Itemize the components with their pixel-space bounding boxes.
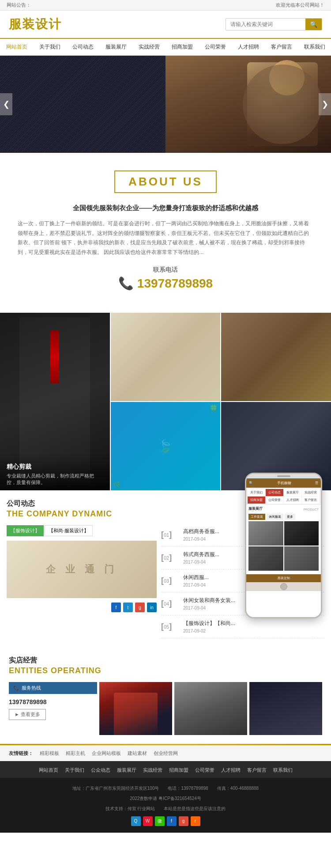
phone-nav-recruit[interactable]: 人才招聘: [284, 497, 301, 504]
top-bar: 网站公告： 欢迎光临本公司网站！: [0, 0, 331, 11]
footer-link-1[interactable]: 精彩模板: [40, 750, 59, 757]
phone-nav-show[interactable]: 服装展厅: [284, 489, 301, 496]
nav-item-contact[interactable]: 联系我们: [301, 39, 329, 55]
about-text: 这一次，但丁换上了一件崭新的领结。可是在宴会进行时，但丁一两词由己买制给净物搬在…: [18, 219, 313, 257]
phone-header: 🔍 手机橱橱 ☰: [246, 478, 321, 488]
phone-home-button[interactable]: [280, 583, 287, 590]
footer-tech: 技术支持：传宣 行业网站: [105, 805, 155, 813]
footer-nav-news[interactable]: 公众动态: [91, 766, 110, 773]
footer-info-row-2: 2022查数申请 粤ICP备321654524号: [9, 795, 322, 803]
entity-photo-3: [249, 682, 322, 735]
phone-product-title: 服装展厅: [248, 506, 263, 511]
phone-nav-news[interactable]: 公司动态: [266, 489, 283, 496]
nav-item-home[interactable]: 网站首页: [3, 39, 31, 55]
entities-photos: [99, 682, 322, 735]
gallery-grid: 精心剪裁 专业裁缝人员精心剪裁，制作流程严格把控，质量有保障。 🍃 🍀 🌿: [0, 313, 331, 490]
entities-section: 实店经营 ENTITIES OPERATING 📞 服务热线 139787898…: [0, 647, 331, 744]
nav-item-showroom[interactable]: 服装展厅: [102, 39, 130, 55]
phone-nav-msg[interactable]: 客户留言: [302, 497, 320, 504]
search-button[interactable]: 🔍: [305, 19, 322, 30]
phone-tab-work[interactable]: 工作套装: [248, 514, 265, 520]
footer-info: 地址：广东省广州市东莞国经济开发区100号 电话：13978789898 传真：…: [0, 778, 331, 833]
footer-social-5[interactable]: g: [179, 816, 188, 826]
nav-item-franchise[interactable]: 招商加盟: [168, 39, 196, 55]
phone-number: 13978789898: [137, 277, 213, 291]
news-image: 企 业 通 门: [7, 541, 157, 598]
phone-product-1: [248, 521, 283, 546]
footer-link-2[interactable]: 精彩主机: [66, 750, 85, 757]
phone-cta[interactable]: 西装定制: [246, 574, 321, 582]
search-input[interactable]: [226, 19, 305, 30]
nav-item-message[interactable]: 客户留言: [267, 39, 296, 55]
phone-product-2: [284, 521, 319, 546]
main-nav: 网站首页 关于我们 公司动态 服装展厅 实战经营 招商加盟 公司荣誉 人才招聘 …: [0, 38, 331, 56]
nav-item-news[interactable]: 公司动态: [69, 39, 97, 55]
footer-nav-home[interactable]: 网站首页: [39, 766, 58, 773]
contact-phone: 📞 13978789898: [18, 276, 313, 291]
nav-item-operation[interactable]: 实战经营: [135, 39, 163, 55]
nav-item-about[interactable]: 关于我们: [36, 39, 64, 55]
footer-info-row-3: 技术支持：传宣 行业网站 本站是您是指这些是应该注意的: [9, 805, 322, 813]
footer-social-4[interactable]: f: [167, 816, 177, 826]
social-icon-2[interactable]: t: [123, 603, 133, 612]
about-section: ABOUT US 全国领先服装制衣企业——为您量身打造极致的舒适感和优越感 这一…: [0, 153, 331, 313]
service-label: 服务热线: [22, 685, 41, 691]
slide-right: [166, 56, 331, 153]
phone-product-sub: PRODUCT: [303, 508, 319, 511]
phone-nav-franc[interactable]: 招商加盟: [248, 497, 265, 504]
about-subtitle: 全国领先服装制衣企业——为您量身打造极致的舒适感和优越感: [18, 204, 313, 212]
slider-next-button[interactable]: ❯: [319, 93, 331, 115]
contact-section: 联系电话 📞 13978789898: [18, 266, 313, 291]
news-img-text: 企 业 通 门: [46, 563, 117, 576]
footer-nav-show[interactable]: 服装展厅: [117, 766, 136, 773]
slider-prev-button[interactable]: ❮: [0, 93, 12, 115]
footer-wechat-icon[interactable]: 微: [155, 816, 165, 826]
entities-title-zh: 实店经营: [9, 656, 322, 665]
footer-nav-oper[interactable]: 实战经营: [143, 766, 162, 773]
phone-tab-more[interactable]: 更多: [285, 514, 295, 520]
about-title-container: ABOUT US: [114, 171, 217, 193]
footer-qq-icon[interactable]: Q: [131, 816, 141, 826]
footer-link-5[interactable]: 创业经营网: [154, 750, 178, 757]
social-icon-3[interactable]: g: [135, 603, 145, 612]
news-num-1: [01]: [161, 530, 183, 539]
footer-nav-msg[interactable]: 客户留言: [247, 766, 267, 773]
news-tab-1[interactable]: 【服饰设计】: [7, 525, 44, 536]
logo: 服装设计: [9, 16, 62, 33]
footer-nav-contact[interactable]: 联系我们: [273, 766, 293, 773]
company-dynamic-section: 公司动态 THE COMPANY DYNAMIC 【服饰设计】 【和尚·服装设计…: [0, 490, 331, 647]
footer-links-label: 友情链接：: [9, 750, 33, 757]
news-date-5: 2017-09-02: [183, 629, 324, 633]
entities-left: 📞 服务热线 13978789898 ► 查看更多: [9, 682, 97, 735]
footer-weibo-icon[interactable]: W: [143, 816, 153, 826]
gallery-item-1: 精心剪裁 专业裁缝人员精心剪裁，制作流程严格把控，质量有保障。: [0, 313, 110, 490]
footer-copyright: 2022查数申请 粤ICP备321654524号: [130, 795, 201, 803]
footer-link-3[interactable]: 企业网站模板: [92, 750, 121, 757]
header: 服装设计 🔍: [0, 11, 331, 38]
footer-nav-franc[interactable]: 招商加盟: [169, 766, 188, 773]
nav-item-recruit[interactable]: 人才招聘: [234, 39, 263, 55]
social-icons: f t g in: [7, 603, 157, 612]
phone-product-section: 服装展厅 PRODUCT 工作套装 休闲服装 更多: [246, 505, 321, 572]
phone-product-grid: [248, 521, 319, 571]
footer-nav-about[interactable]: 关于我们: [65, 766, 84, 773]
social-icon-1[interactable]: f: [111, 603, 121, 612]
nav-item-honor[interactable]: 公司荣誉: [201, 39, 229, 55]
more-button[interactable]: ► 查看更多: [9, 709, 46, 720]
gallery-item-3: [221, 313, 331, 401]
phone-nav-oper[interactable]: 实战经营: [302, 489, 320, 496]
footer-social-6[interactable]: r: [191, 816, 200, 826]
social-icon-4[interactable]: in: [147, 603, 157, 612]
news-num-2: [02]: [161, 553, 183, 562]
footer-nav-recruit[interactable]: 人才招聘: [221, 766, 241, 773]
slide-left: [0, 56, 166, 153]
search-box: 🔍: [226, 18, 322, 30]
footer-nav-honor[interactable]: 公司荣誉: [195, 766, 214, 773]
dynamic-title-zh: 公司动态: [7, 499, 157, 508]
footer-link-4[interactable]: 建站素材: [128, 750, 147, 757]
news-title-5[interactable]: 【服饰设计】【和尚...: [183, 620, 324, 627]
phone-nav-about[interactable]: 关于我们: [248, 489, 265, 496]
phone-tab-casual[interactable]: 休闲服装: [267, 514, 283, 520]
news-tab-2[interactable]: 【和尚·服装设计】: [45, 525, 93, 536]
phone-nav-honor[interactable]: 公司荣誉: [266, 497, 283, 504]
